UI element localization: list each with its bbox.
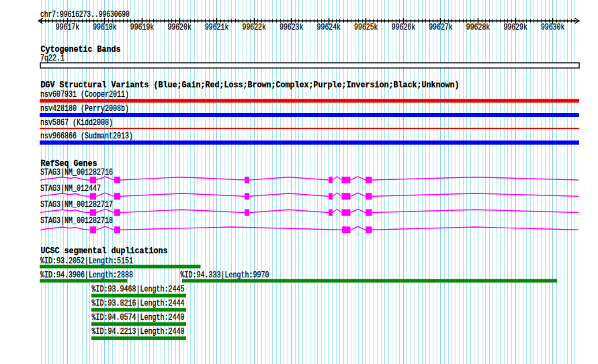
svg-text:nsv428180 (Perry2008b): nsv428180 (Perry2008b)	[40, 104, 129, 113]
svg-text:99627k: 99627k	[429, 23, 452, 32]
svg-text:%ID:94.333|Length:9970: %ID:94.333|Length:9970	[181, 271, 269, 280]
svg-text:99630k: 99630k	[541, 23, 564, 32]
svg-text:99620k: 99620k	[167, 23, 191, 32]
svg-text:%ID:93.2052|Length:5151: %ID:93.2052|Length:5151	[40, 257, 133, 266]
svg-text:99622k: 99622k	[243, 23, 266, 32]
svg-text:99623k: 99623k	[280, 23, 303, 32]
svg-text:99626k: 99626k	[392, 23, 415, 32]
svg-text:UCSC segmental duplications: UCSC segmental duplications	[41, 246, 168, 256]
svg-text:nsv5867 (Kidd2008): nsv5867 (Kidd2008)	[40, 118, 113, 128]
svg-text:99619k: 99619k	[130, 23, 154, 32]
svg-text:%ID:94.3906|Length:2888: %ID:94.3906|Length:2888	[40, 271, 133, 280]
svg-text:STAG3|NM_001282718: STAG3|NM_001282718	[40, 216, 113, 226]
svg-text:%ID:94.0574|Length:2440: %ID:94.0574|Length:2440	[92, 313, 185, 322]
svg-text:STAG3|NM_012447: STAG3|NM_012447	[40, 184, 101, 193]
svg-text:%ID:93.8216|Length:2444: %ID:93.8216|Length:2444	[92, 299, 185, 308]
svg-text:99618k: 99618k	[93, 23, 116, 32]
svg-text:%ID:94.2213|Length:2440: %ID:94.2213|Length:2440	[92, 327, 185, 336]
svg-text:DGV Structural Variants (Blue;: DGV Structural Variants (Blue;Gain;Red;L…	[41, 80, 460, 90]
svg-text:chr7:99616273..99630690: chr7:99616273..99630690	[40, 10, 130, 19]
svg-text:STAG3|NM_001282717: STAG3|NM_001282717	[40, 200, 113, 210]
svg-text:99628k: 99628k	[466, 23, 490, 32]
svg-text:99625k: 99625k	[354, 23, 378, 32]
svg-text:STAG3|NM_001282716: STAG3|NM_001282716	[40, 168, 113, 177]
svg-text:Cytogenetic Bands: Cytogenetic Bands	[41, 44, 121, 54]
svg-text:99621k: 99621k	[205, 23, 228, 32]
svg-text:nsv607931 (Cooper2011): nsv607931 (Cooper2011)	[40, 90, 129, 99]
svg-text:99617k: 99617k	[56, 23, 79, 32]
svg-text:nsv966866 (Sudmant2013): nsv966866 (Sudmant2013)	[40, 132, 133, 141]
svg-text:7q22.1: 7q22.1	[40, 54, 65, 63]
svg-text:%ID:93.9468|Length:2445: %ID:93.9468|Length:2445	[92, 285, 185, 294]
svg-text:99629k: 99629k	[503, 23, 527, 32]
svg-text:RefSeq Genes: RefSeq Genes	[41, 158, 97, 169]
svg-text:99624k: 99624k	[317, 23, 341, 32]
